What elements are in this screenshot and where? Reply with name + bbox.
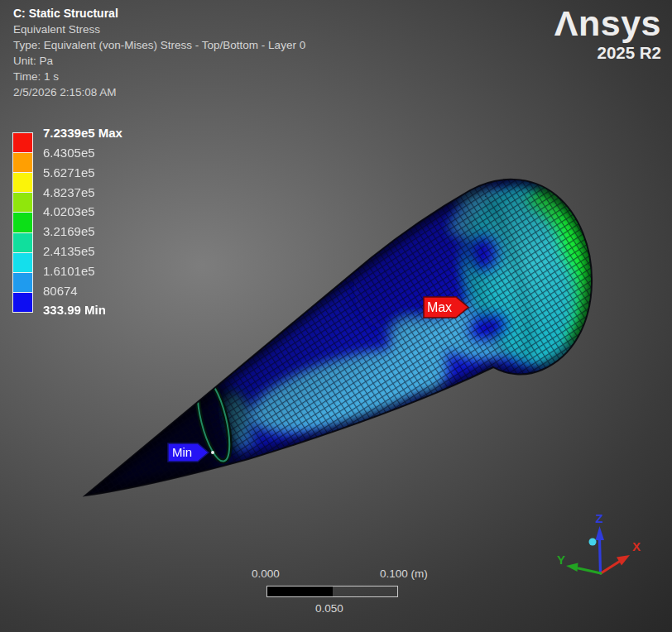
legend-value: 5.6271e5 xyxy=(43,165,95,180)
legend-band xyxy=(13,192,32,212)
ansys-logo: Λnsys 2025 R2 xyxy=(554,3,661,62)
min-vertex-dot xyxy=(211,451,214,454)
min-flag-label: Min xyxy=(172,445,192,459)
legend-value: 3.2169e5 xyxy=(43,224,95,238)
y-axis-arrow[interactable] xyxy=(566,563,578,572)
legend-band xyxy=(13,172,32,192)
timestamp: 2/5/2026 2:15:08 AM xyxy=(13,84,305,100)
z-axis-label[interactable]: Z xyxy=(595,511,602,525)
result-name: Equivalent Stress xyxy=(13,22,305,37)
ansys-logo-wordmark: Λnsys xyxy=(554,3,661,43)
legend-band xyxy=(13,152,32,172)
legend-band xyxy=(13,212,32,232)
x-axis-shaft[interactable] xyxy=(601,562,619,573)
ansys-version: 2025 R2 xyxy=(554,44,661,62)
legend-value-max: 7.2339e5 Max xyxy=(43,126,122,140)
legend-value: 6.4305e5 xyxy=(43,146,95,160)
ruler-label-right: 0.100 (m) xyxy=(380,567,428,580)
legend-value: 4.8237e5 xyxy=(43,185,95,199)
iso-view-ball[interactable] xyxy=(589,539,597,546)
legend-band xyxy=(13,252,32,272)
legend-value: 1.6101e5 xyxy=(43,264,95,278)
y-axis-label[interactable]: Y xyxy=(557,553,565,567)
scale-ruler xyxy=(266,586,398,597)
z-axis-shaft[interactable] xyxy=(600,539,601,573)
legend-band xyxy=(13,232,32,252)
ansys-viewport-window: Max Min Z X Y C: Static Structural Equiv… xyxy=(0,0,672,632)
legend-colorbar[interactable] xyxy=(12,132,33,313)
unit-line: Unit: Pa xyxy=(13,53,305,69)
scale-ruler-fill xyxy=(267,587,333,596)
z-axis-arrow[interactable] xyxy=(596,526,605,540)
legend-value: 80674 xyxy=(43,284,78,298)
legend-band xyxy=(13,292,32,312)
legend-band xyxy=(13,133,32,152)
result-info-block: C: Static Structural Equivalent Stress T… xyxy=(13,6,305,100)
legend-band xyxy=(13,272,32,292)
legend-value: 4.0203e5 xyxy=(43,204,95,218)
y-axis-shaft[interactable] xyxy=(578,568,601,573)
ruler-label-left: 0.000 xyxy=(252,567,280,580)
legend-value-min: 333.99 Min xyxy=(43,303,106,317)
time-line: Time: 1 s xyxy=(13,69,305,84)
x-axis-arrow[interactable] xyxy=(617,555,630,566)
ruler-label-mid: 0.050 xyxy=(315,602,343,615)
legend-value: 2.4135e5 xyxy=(43,244,95,258)
max-flag-label: Max xyxy=(427,300,452,314)
triad: Z X Y xyxy=(557,511,641,573)
result-type-line: Type: Equivalent (von-Mises) Stress - To… xyxy=(13,37,305,53)
analysis-title: C: Static Structural xyxy=(13,6,305,22)
x-axis-label[interactable]: X xyxy=(632,539,641,553)
